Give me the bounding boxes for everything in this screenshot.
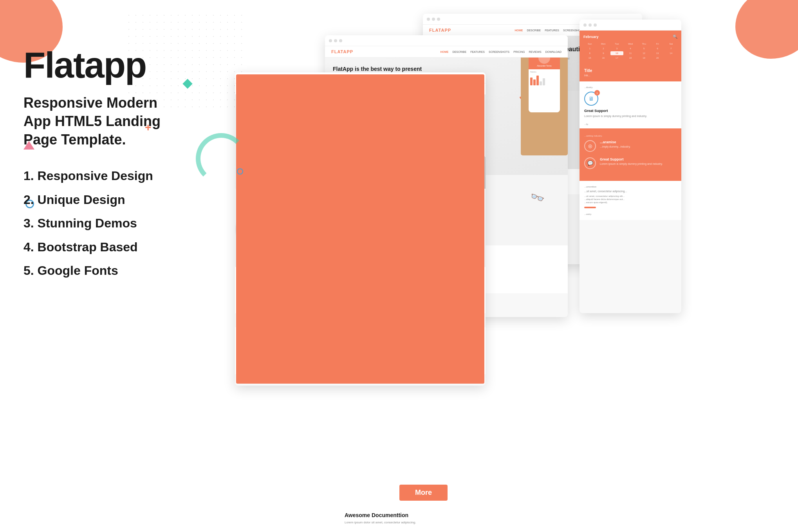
nav-link-features: FEATURES <box>545 29 559 32</box>
browser-dot-m <box>339 39 342 42</box>
browser-dot-m <box>334 39 337 42</box>
nav-link-download-m: DOWNLOAD <box>545 50 561 53</box>
setting-industry: ...setting industry. <box>584 135 677 137</box>
cal-3: 3 <box>610 47 623 50</box>
right-sidebar-white: ...dustry. 🖥 1 Great Support Lorem ipsum… <box>580 81 681 220</box>
doc-end-right: ...earum quas elgend). <box>584 201 677 204</box>
phone-screen-top: Alexander Torres <box>529 58 560 69</box>
calendar-section: February 🔍 Sun Mon Tue Wed Thu Fri Sat 1… <box>580 31 681 64</box>
phone-stat: Statistics <box>530 71 558 73</box>
cal-17: 17 <box>610 56 623 60</box>
support-title-right: Great Support <box>584 109 677 113</box>
features-list: 1. Responsive Design 2. Unique Design 3.… <box>23 168 188 278</box>
nav-link-home: HOME <box>515 29 523 32</box>
browser-bar-right <box>580 20 681 31</box>
cal-9: 9 <box>597 51 610 55</box>
nav-link-describe-m: DESCRIBE <box>452 50 466 53</box>
bd-r2 <box>589 23 592 27</box>
app-title: Flatapp <box>23 47 188 83</box>
browser-window-right: February 🔍 Sun Mon Tue Wed Thu Fri Sat 1… <box>580 20 681 313</box>
right-title-text: Title <box>584 69 677 73</box>
feature-body-1: ...imply dummy...industry. <box>600 145 630 149</box>
calendar-grid: Sun Mon Tue Wed Thu Fri Sat 1 2 3 4 5 6 … <box>583 42 677 60</box>
feature-title-1: ...aramise <box>600 140 630 144</box>
feature-text-2: Great Support Lorem ipsum is simply dumm… <box>600 157 663 166</box>
cal-7: 7 <box>664 47 677 50</box>
browser-dot <box>427 18 430 21</box>
bd-r3 <box>594 23 597 27</box>
support-item-right: 🖥 1 Great Support Lorem ipsum is simply … <box>584 92 677 118</box>
navbar-links-mid: HOME DESCRIBE FEATURES SCREENSHOTS PRICI… <box>440 50 561 53</box>
bp3 <box>286 333 305 374</box>
industry-label-3: ...ustry. <box>584 213 677 215</box>
cal-thu: Thu <box>637 42 650 46</box>
calendar-controls: 🔍 <box>673 34 677 39</box>
cal-tue: Tue <box>610 42 623 46</box>
navbar-brand-back: FLATAPP <box>429 28 451 32</box>
features-orange-strip: ...setting industry. ◎ ...aramise ...imp… <box>580 128 681 181</box>
nav-link-pricing-m: PRICING <box>513 50 525 53</box>
browser-dot <box>432 18 435 21</box>
awesome-doc-section: Awesome Documenttion Lorem ipsum dolor s… <box>345 512 416 524</box>
phone-name: Alexander Torres <box>531 65 558 67</box>
feature-item-3: 3. Stunning Demos <box>23 216 188 231</box>
phone-content: Statistics <box>529 69 560 112</box>
support-text-right: Lorem ipsum is simply dummy printing and… <box>584 114 677 118</box>
feature-compromise: ◎ ...aramise ...imply dummy...industry. <box>584 140 677 152</box>
doc-extra-right: ...sit amet, consectetur adipiscing elit… <box>584 195 677 197</box>
cal-6: 6 <box>651 47 664 50</box>
support-icon-wrap: 🖥 1 <box>584 92 598 106</box>
app-subtitle: Responsive Modern App HTML5 Landing Page… <box>23 94 188 149</box>
cal-11: 11 <box>624 51 637 55</box>
browser-bar-mid <box>325 35 568 46</box>
left-panel: Flatapp Responsive Modern App HTML5 Land… <box>23 47 188 287</box>
feature-item-2: 2. Unique Design <box>23 192 188 207</box>
small-circle-decoration <box>237 168 243 175</box>
feature-icon-circle-2: 💬 <box>584 157 596 169</box>
cal-2: 2 <box>597 47 610 50</box>
cal-mon: Mon <box>597 42 610 46</box>
feature-support: 💬 Great Support Lorem ipsum is simply du… <box>584 157 677 169</box>
nav-link-features-m: FEATURES <box>470 50 485 53</box>
feature-item-4: 4. Bootstrap Based <box>23 240 188 254</box>
cal-10: 10 <box>610 51 623 55</box>
cal-18: 18 <box>624 56 637 60</box>
doc-label-right: ...umenttion <box>584 186 677 188</box>
cal-20: 20 <box>651 56 664 60</box>
search-icon[interactable]: 🔍 <box>673 34 677 39</box>
phone-bars <box>530 74 558 85</box>
phone-avatar <box>538 58 550 64</box>
right-title-area: Title Intr... <box>580 64 681 81</box>
feature-body-2: Lorem ipsum is simply dummy printing and… <box>600 162 663 166</box>
cal-12: 12 <box>637 51 650 55</box>
monitor-icon: 🖥 <box>589 96 594 102</box>
doc-text-right: ...sit amet, consectetur adipiscing... <box>584 189 677 193</box>
feature-icon-1: ◎ <box>588 143 592 149</box>
browser-dot-m <box>329 39 332 42</box>
cal-15: 15 <box>583 56 596 60</box>
nav-link-home-m: HOME <box>440 50 448 53</box>
cal-13: 13 <box>651 51 664 55</box>
cal-sat: Sat <box>664 42 677 46</box>
feature-icon-2: 💬 <box>587 161 593 166</box>
more-button[interactable]: More <box>399 485 448 501</box>
nav-link-screenshots-m: SCREENSHOTS <box>489 50 509 53</box>
awesome-doc-title: Awesome Documenttion <box>345 512 416 518</box>
industry-label-2: ...ty. <box>584 123 677 125</box>
cal-fri: Fri <box>651 42 664 46</box>
feature-title-2: Great Support <box>600 157 663 161</box>
doc-more-right: ...aliquid facere dicta doloremque aut..… <box>584 198 677 200</box>
support-badge: 1 <box>594 90 600 96</box>
bd-r1 <box>583 23 587 27</box>
calendar-month-label: February <box>583 35 599 39</box>
industry-label-1: ...dustry. <box>584 86 677 88</box>
hand-shape: Alexander Torres Statistics <box>521 58 568 155</box>
browser-window-front: FLATAPP HOME ABOUT FEATURES PRICING REVI… <box>235 72 486 386</box>
glasses-decoration: 👓 <box>528 189 546 207</box>
right-title-sub: Intr... <box>584 74 677 77</box>
green-ring-decoration <box>196 133 247 184</box>
cal-4: 4 <box>624 47 637 50</box>
nav-link-describe: DESCRIBE <box>527 29 541 32</box>
cal-8: 8 <box>583 51 596 55</box>
cal-16: 16 <box>597 56 610 60</box>
